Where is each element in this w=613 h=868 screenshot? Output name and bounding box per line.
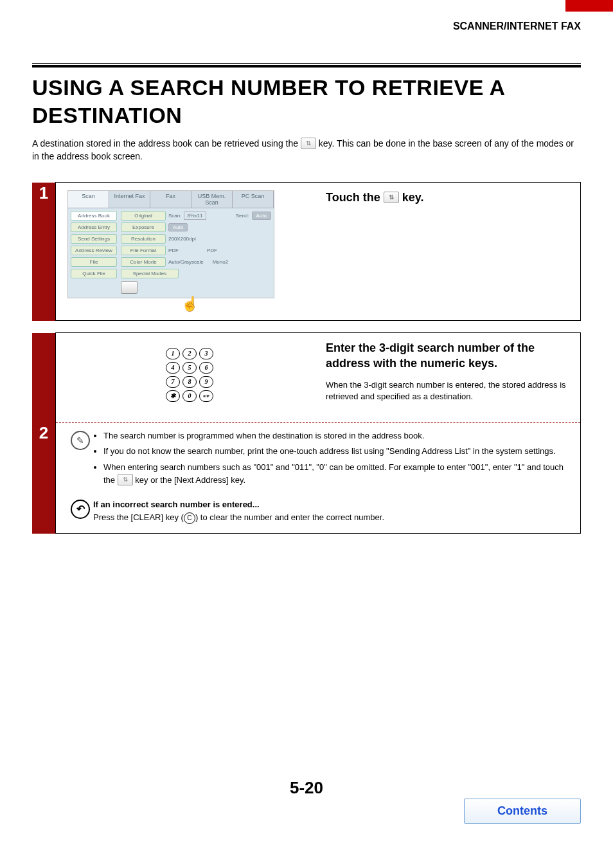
s1-h-after: key. [402, 191, 424, 204]
tab-usb[interactable]: USB Mem. Scan [191, 191, 233, 208]
key-0[interactable]: 0 [182, 390, 197, 402]
step-2-number: 2 [32, 333, 56, 534]
incorrect-after: ) to clear the number and enter the corr… [195, 512, 384, 522]
key-hash[interactable]: #/P [199, 390, 213, 402]
step-2-body: When the 3-digit search number is entere… [326, 379, 569, 402]
section-header: SCANNER/INTERNET FAX [32, 12, 581, 37]
key-9[interactable]: 9 [199, 376, 213, 388]
val-send-label: Send: [236, 213, 249, 219]
note-block-tips: ✎ The search number is programmed when t… [56, 429, 580, 498]
val-scan: 8½x11 [184, 212, 206, 220]
sort-key-icon: ⇅ [301, 138, 316, 149]
val-ff2: PDF [207, 248, 217, 253]
side-quick-file[interactable]: Quick File [71, 269, 117, 278]
step-1-table: 1 Scan Internet Fax Fax USB Mem. Scan PC… [32, 182, 581, 321]
val-ff1: PDF [168, 248, 179, 253]
key-5[interactable]: 5 [182, 362, 197, 374]
key-7[interactable]: 7 [166, 376, 180, 388]
tab-scan[interactable]: Scan [68, 191, 109, 208]
side-address-entry[interactable]: Address Entry [71, 222, 117, 232]
key-6[interactable]: 6 [199, 362, 213, 374]
rule-thin [32, 63, 581, 64]
bullet-2: If you do not know the search number, pr… [103, 445, 569, 458]
key-8[interactable]: 8 [182, 376, 197, 388]
intro-paragraph: A destination stored in the address book… [32, 138, 581, 163]
key-1[interactable]: 1 [166, 348, 180, 359]
side-address-review[interactable]: Address Review [71, 246, 117, 255]
incorrect-title: If an incorrect search number is entered… [93, 498, 569, 511]
side-address-book[interactable]: Address Book [71, 211, 117, 221]
val-cm1: Auto/Grayscale [168, 259, 204, 265]
lab-original[interactable]: Original [121, 211, 166, 221]
lab-colormode[interactable]: Color Mode [121, 257, 166, 267]
val-cm2: Mono2 [213, 259, 228, 265]
sort-key-icon: ⇅ [118, 474, 133, 485]
key-2[interactable]: 2 [182, 348, 197, 359]
key-star[interactable]: ✱ [166, 390, 180, 402]
finger-pointer-icon: ☝ [67, 296, 312, 312]
numeric-keypad: 1 2 3 4 5 6 7 8 [164, 348, 215, 404]
pencil-icon: ✎ [71, 431, 90, 450]
undo-icon: ↶ [71, 500, 90, 519]
note-block-incorrect: ↶ If an incorrect search number is enter… [56, 498, 580, 533]
step-1-heading: Touch the ⇅ key. [326, 190, 569, 205]
contents-button[interactable]: Contents [464, 799, 581, 824]
bullet-1: The search number is programmed when the… [103, 429, 569, 442]
val-send[interactable]: Auto [252, 212, 271, 220]
val-scan-label: Scan: [168, 213, 181, 219]
dashed-separator [56, 422, 580, 423]
val-exposure: Auto [168, 223, 188, 231]
tab-fax[interactable]: Fax [150, 191, 191, 208]
lab-fileformat[interactable]: File Format [121, 246, 166, 255]
page-number: 5-20 [32, 778, 581, 798]
bullet-3-after: key or the [Next Address] key. [135, 475, 245, 485]
page-title: USING A SEARCH NUMBER TO RETRIEVE A DEST… [32, 74, 581, 129]
accent-strip [565, 0, 613, 12]
step-2-table: 2 1 2 3 4 5 6 [32, 332, 581, 534]
val-resolution: 200X200dpi [168, 236, 196, 242]
intro-before: A destination stored in the address book… [32, 138, 301, 149]
touchscreen-mock: Scan Internet Fax Fax USB Mem. Scan PC S… [67, 190, 274, 298]
tab-ifax[interactable]: Internet Fax [109, 191, 150, 208]
side-send-settings[interactable]: Send Settings [71, 234, 117, 244]
rule-thick [32, 65, 581, 68]
step-2-heading: Enter the 3-digit search number of the a… [326, 341, 569, 371]
incorrect-before: Press the [CLEAR] key ( [93, 512, 184, 522]
clear-key-icon: C [184, 512, 195, 524]
bullet-3: When entering search numbers such as "00… [103, 461, 569, 487]
lab-special[interactable]: Special Modes [121, 269, 179, 278]
lab-exposure[interactable]: Exposure [121, 222, 166, 232]
sort-key-button[interactable] [121, 281, 138, 294]
s1-h-before: Touch the [326, 191, 384, 204]
tab-pcscan[interactable]: PC Scan [233, 191, 274, 208]
key-4[interactable]: 4 [166, 362, 180, 374]
incorrect-body: Press the [CLEAR] key (C) to clear the n… [93, 511, 569, 524]
side-file[interactable]: File [71, 257, 117, 267]
sort-key-icon: ⇅ [384, 192, 399, 203]
lab-resolution[interactable]: Resolution [121, 234, 166, 244]
step-1-number: 1 [32, 183, 56, 321]
key-3[interactable]: 3 [199, 348, 213, 359]
